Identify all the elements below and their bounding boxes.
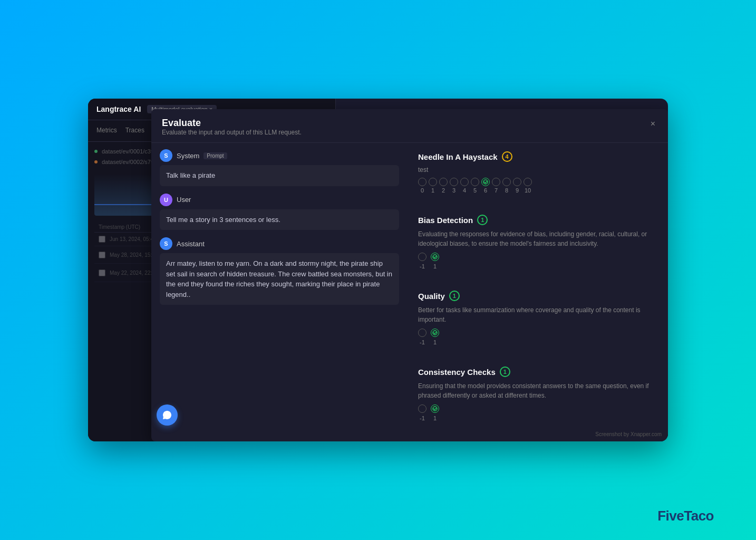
eval-bias-title: Bias Detection bbox=[418, 216, 473, 225]
eval-consistency-desc: Ensuring that the model provides consist… bbox=[418, 381, 657, 400]
eval-quality-title-row: Quality 1 bbox=[418, 291, 657, 301]
consistency-rating: -1 1 bbox=[418, 404, 657, 421]
scale-num-4: 4 bbox=[460, 187, 469, 194]
eval-consistency-badge: 1 bbox=[500, 367, 510, 377]
fivetaco-brand: FiveTaco bbox=[657, 508, 714, 524]
scale-circle-3[interactable] bbox=[450, 178, 458, 186]
watermark: Screenshot by Xnapper.com bbox=[595, 431, 662, 437]
consistency-radio-neg[interactable] bbox=[418, 404, 427, 413]
scale-circle-7[interactable] bbox=[492, 178, 500, 186]
nav-metrics[interactable]: Metrics bbox=[96, 124, 117, 137]
eval-consistency-title-row: Consistency Checks 1 bbox=[418, 367, 657, 377]
quality-labels: -1 1 bbox=[418, 339, 657, 345]
role-system: System bbox=[177, 152, 199, 160]
eval-quality-desc: Better for tasks like summarization wher… bbox=[418, 305, 657, 324]
eval-needle: Needle In A Haystack 4 test bbox=[418, 151, 657, 194]
modal-header-content: Evaluate Evaluate the input and output o… bbox=[162, 118, 302, 136]
bias-label-neg: -1 bbox=[418, 263, 427, 269]
prompt-badge: Prompt bbox=[203, 152, 227, 159]
consistency-label-pos: 1 bbox=[431, 415, 439, 421]
row-checkbox-2[interactable] bbox=[99, 269, 105, 276]
scale-num-0: 0 bbox=[418, 187, 427, 194]
row-checkbox-1[interactable] bbox=[99, 252, 105, 258]
evaluate-modal: Evaluate Evaluate the input and output o… bbox=[151, 109, 668, 441]
app-window: Langtrace AI Multimodel evaluation × Met… bbox=[88, 99, 668, 441]
message-assistant-label: S Assistant bbox=[160, 237, 399, 250]
eval-bias: Bias Detection 1 Evaluating the response… bbox=[418, 215, 657, 269]
quality-rating: -1 1 bbox=[418, 329, 657, 345]
bias-labels: -1 1 bbox=[418, 263, 657, 269]
bias-label-pos: 1 bbox=[431, 263, 439, 269]
role-user: User bbox=[177, 196, 191, 204]
consistency-check-pos[interactable] bbox=[431, 404, 439, 413]
scale-circle-6[interactable] bbox=[481, 178, 490, 186]
scale-numbers: 0 1 2 3 4 5 6 7 8 9 10 bbox=[418, 187, 657, 194]
row-checkbox-0[interactable] bbox=[99, 236, 105, 243]
avatar-system: S bbox=[160, 149, 172, 162]
eval-quality: Quality 1 Better for tasks like summariz… bbox=[418, 291, 657, 345]
scale-num-7: 7 bbox=[492, 187, 500, 194]
scale-num-3: 3 bbox=[450, 187, 458, 194]
scale-circle-4[interactable] bbox=[460, 178, 469, 186]
scale-num-2: 2 bbox=[439, 187, 448, 194]
dot-green-1 bbox=[94, 150, 98, 153]
scale-circle-10[interactable] bbox=[524, 178, 532, 186]
modal-header: Evaluate Evaluate the input and output o… bbox=[151, 109, 668, 143]
quality-check-pos[interactable] bbox=[431, 329, 439, 337]
eval-needle-title-row: Needle In A Haystack 4 bbox=[418, 151, 657, 162]
eval-bias-desc: Evaluating the responses for evidence of… bbox=[418, 229, 657, 248]
eval-needle-test: test bbox=[418, 166, 657, 173]
consistency-labels: -1 1 bbox=[418, 415, 657, 421]
eval-consistency: Consistency Checks 1 Ensuring that the m… bbox=[418, 367, 657, 421]
bias-radio-neg[interactable] bbox=[418, 253, 427, 261]
eval-bias-badge: 1 bbox=[477, 215, 488, 225]
scale-circle-1[interactable] bbox=[429, 178, 437, 186]
close-button[interactable]: × bbox=[648, 118, 657, 130]
message-content-assistant: Arr matey, listen to me yarn. On a dark … bbox=[160, 253, 399, 305]
message-user: U User Tell me a story in 3 sentences or… bbox=[160, 194, 399, 230]
scale-circle-2[interactable] bbox=[439, 178, 448, 186]
scale-num-1: 1 bbox=[429, 187, 437, 194]
message-assistant: S Assistant Arr matey, listen to me yarn… bbox=[160, 237, 399, 305]
message-system-label: S System Prompt bbox=[160, 149, 399, 162]
nav-traces[interactable]: Traces bbox=[125, 124, 144, 137]
scale-num-9: 9 bbox=[513, 187, 521, 194]
eval-quality-title: Quality bbox=[418, 292, 445, 301]
avatar-user: U bbox=[160, 194, 172, 206]
quality-label-pos: 1 bbox=[431, 339, 439, 345]
scale-num-5: 5 bbox=[471, 187, 479, 194]
scale-circles bbox=[418, 178, 657, 186]
quality-circles bbox=[418, 329, 657, 337]
scale-num-10: 10 bbox=[524, 187, 532, 194]
message-content-user: Tell me a story in 3 sentences or less. bbox=[160, 209, 399, 230]
message-system: S System Prompt Talk like a pirate bbox=[160, 149, 399, 186]
scale-circle-8[interactable] bbox=[502, 178, 511, 186]
scale-circle-5[interactable] bbox=[471, 178, 479, 186]
bias-circles bbox=[418, 253, 657, 261]
scale-circle-9[interactable] bbox=[513, 178, 521, 186]
bias-check-pos[interactable] bbox=[431, 253, 439, 261]
role-assistant: Assistant bbox=[177, 240, 205, 248]
modal-chat-section: S System Prompt Talk like a pirate U Use… bbox=[151, 141, 408, 441]
consistency-circles bbox=[418, 404, 657, 413]
scale-num-8: 8 bbox=[502, 187, 511, 194]
quality-label-neg: -1 bbox=[418, 339, 427, 345]
message-user-label: U User bbox=[160, 194, 399, 206]
eval-bias-title-row: Bias Detection 1 bbox=[418, 215, 657, 225]
consistency-label-neg: -1 bbox=[418, 415, 427, 421]
eval-consistency-title: Consistency Checks bbox=[418, 368, 496, 377]
scale-num-6: 6 bbox=[481, 187, 490, 194]
scale-rating-row: 0 1 2 3 4 5 6 7 8 9 10 bbox=[418, 178, 657, 194]
message-content-system: Talk like a pirate bbox=[160, 165, 399, 186]
modal-title: Evaluate bbox=[162, 118, 302, 129]
chat-icon[interactable] bbox=[157, 404, 178, 426]
avatar-assistant: S bbox=[160, 237, 172, 250]
bias-rating: -1 1 bbox=[418, 253, 657, 269]
eval-needle-badge: 4 bbox=[502, 151, 512, 162]
scale-circle-0[interactable] bbox=[418, 178, 427, 186]
eval-quality-badge: 1 bbox=[449, 291, 460, 301]
eval-needle-title: Needle In A Haystack bbox=[418, 152, 498, 161]
dot-orange-1 bbox=[94, 160, 98, 163]
quality-radio-neg[interactable] bbox=[418, 329, 427, 337]
brand-name: Langtrace AI bbox=[96, 105, 141, 113]
